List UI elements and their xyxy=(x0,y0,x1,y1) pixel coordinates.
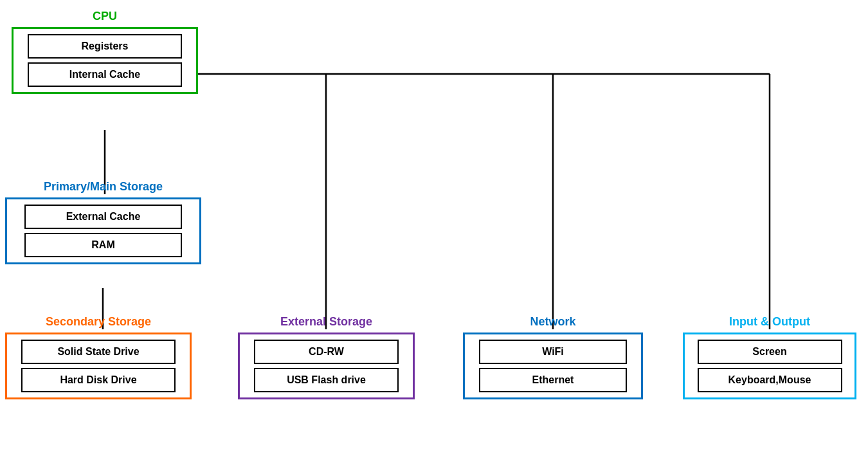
secondary-border: Solid State Drive Hard Disk Drive xyxy=(5,333,192,399)
network-wifi: WiFi xyxy=(479,340,627,364)
secondary-title: Secondary Storage xyxy=(46,315,151,329)
network-ethernet: Ethernet xyxy=(479,368,627,392)
network-title: Network xyxy=(530,315,575,329)
primary-ram: RAM xyxy=(24,233,182,257)
io-keyboard-mouse: Keyboard,Mouse xyxy=(698,368,842,392)
cpu-registers: Registers xyxy=(28,34,182,59)
io-screen: Screen xyxy=(698,340,842,364)
cpu-border: Registers Internal Cache xyxy=(12,27,198,94)
io-title: Input & Output xyxy=(729,315,810,329)
primary-external-cache: External Cache xyxy=(24,205,182,229)
secondary-ssd: Solid State Drive xyxy=(21,340,176,364)
external-border: CD-RW USB Flash drive xyxy=(238,333,415,399)
network-group: Network WiFi Ethernet xyxy=(463,315,643,399)
primary-title: Primary/Main Storage xyxy=(44,180,163,194)
cpu-group: CPU Registers Internal Cache xyxy=(12,10,198,94)
io-group: Input & Output Screen Keyboard,Mouse xyxy=(683,315,856,399)
diagram: CPU Registers Internal Cache Primary/Mai… xyxy=(0,0,868,465)
external-usb: USB Flash drive xyxy=(254,368,399,392)
secondary-group: Secondary Storage Solid State Drive Hard… xyxy=(5,315,192,399)
external-title: External Storage xyxy=(280,315,372,329)
primary-group: Primary/Main Storage External Cache RAM xyxy=(5,180,201,264)
network-border: WiFi Ethernet xyxy=(463,333,643,399)
io-border: Screen Keyboard,Mouse xyxy=(683,333,856,399)
cpu-internal-cache: Internal Cache xyxy=(28,62,182,87)
secondary-hdd: Hard Disk Drive xyxy=(21,368,176,392)
external-cdrw: CD-RW xyxy=(254,340,399,364)
primary-border: External Cache RAM xyxy=(5,197,201,264)
external-group: External Storage CD-RW USB Flash drive xyxy=(238,315,415,399)
cpu-title: CPU xyxy=(93,10,117,23)
